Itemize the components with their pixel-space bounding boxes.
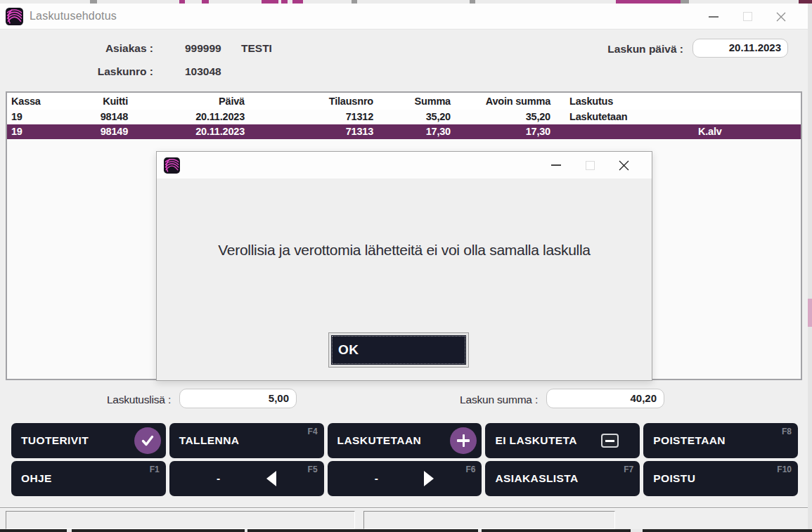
cell-tilausnro: 71312 (245, 110, 373, 124)
desktop-edge-strip (808, 4, 812, 532)
col-header-avoin-summa: Avoin summa (451, 93, 550, 110)
button-label: EI LASKUTETA (495, 434, 576, 447)
col-header-paiva: Päivä (128, 93, 245, 110)
laskunro-label: Laskunro : (63, 65, 153, 78)
statusbar-divider (0, 507, 808, 509)
asiakas-name-value: TESTI (241, 42, 272, 55)
status-panel-right (363, 511, 615, 529)
check-icon (134, 427, 161, 454)
col-header-kassa: Kassa (7, 93, 49, 110)
message-dialog: Verollisia ja verottomia lähetteitä ei v… (156, 151, 652, 381)
table-row[interactable]: 19 98148 20.11.2023 71312 35,20 35,20 La… (7, 110, 801, 124)
next-button[interactable]: - F6 (328, 461, 482, 496)
cell-summa: 35,20 (373, 110, 451, 124)
previous-button[interactable]: - F5 (169, 461, 324, 496)
fkey-label: F4 (308, 427, 318, 436)
dialog-maximize-button[interactable] (573, 153, 607, 179)
minimize-button[interactable] (697, 4, 730, 30)
dialog-minimize-button[interactable] (539, 153, 573, 179)
laskun-paiva-label: Laskun päivä : (585, 43, 683, 56)
dialog-message: Verollisia ja verottomia lähetteitä ei v… (157, 242, 652, 259)
laskun-paiva-input[interactable]: 20.11.2023 (692, 39, 788, 58)
minimize-icon (551, 164, 561, 166)
cell-kuitti: 98148 (49, 110, 128, 124)
button-label: POISTU (653, 472, 695, 485)
triangle-left-icon (266, 471, 276, 486)
table-header-row: Kassa Kuitti Päivä Tilausnro Summa Avoin… (7, 93, 801, 110)
col-header-tilausnro: Tilausnro (245, 93, 373, 110)
close-button[interactable] (764, 4, 798, 30)
maximize-button[interactable] (730, 4, 764, 30)
col-header-laskutus: Laskutus (550, 93, 683, 110)
ei-laskuteta-button[interactable]: EI LASKUTETA (485, 423, 640, 458)
fkey-label: F6 (465, 465, 475, 474)
fkey-label: F1 (150, 465, 160, 474)
laskutuslisa-label: Laskutuslisä : (70, 394, 171, 406)
app-logo-icon (164, 157, 180, 174)
application-window: Laskutusehdotus Asiakas : 999999 TESTI L… (0, 0, 812, 532)
tuoterivit-button[interactable]: TUOTERIVIT (11, 423, 166, 458)
close-icon (618, 160, 630, 171)
laskun-summa-input[interactable]: 40,20 (546, 389, 664, 408)
fkey-label: F10 (777, 465, 792, 474)
cell-paiva: 20.11.2023 (128, 124, 245, 139)
button-label: - (328, 472, 426, 485)
cell-tilausnro: 71313 (245, 124, 373, 139)
window-title: Laskutusehdotus (30, 10, 117, 22)
ok-button-label: OK (338, 342, 359, 358)
plus-icon (450, 427, 477, 454)
laskutetaan-button[interactable]: LASKUTETAAN (328, 423, 482, 458)
cell-kuitti: 98149 (49, 124, 128, 139)
button-label: OHJE (21, 472, 52, 485)
dialog-titlebar (157, 152, 652, 179)
asiakas-code-value: 999999 (185, 42, 221, 55)
col-header-kuitti: Kuitti (49, 93, 128, 110)
cell-paiva: 20.11.2023 (128, 110, 245, 124)
minimize-icon (709, 16, 718, 18)
fkey-label: F8 (782, 427, 792, 436)
fkey-label: F5 (308, 465, 318, 474)
app-logo-icon (6, 8, 23, 25)
ok-button[interactable]: OK (328, 332, 469, 368)
cell-avoin-summa: 17,30 (451, 124, 550, 139)
laskutuslisa-input[interactable]: 5,00 (179, 389, 297, 408)
minus-icon (601, 434, 619, 448)
triangle-right-icon (424, 471, 434, 486)
button-label: POISTETAAN (653, 434, 726, 447)
asiakas-label: Asiakas : (63, 42, 153, 55)
poistu-button[interactable]: POISTU F10 (643, 461, 798, 496)
cell-kassa: 19 (7, 124, 49, 139)
button-label: ASIAKASLISTA (495, 472, 578, 485)
maximize-icon (743, 12, 752, 21)
action-button-grid: TUOTERIVIT TALLENNA F4 LASKUTETAAN EI LA… (11, 423, 798, 496)
button-label: LASKUTETAAN (337, 434, 422, 447)
fkey-label: F7 (624, 465, 633, 474)
button-label: - (169, 472, 268, 485)
cell-avoin-summa: 35,20 (451, 110, 550, 124)
cell-summa: 17,30 (373, 124, 451, 139)
ohje-button[interactable]: OHJE F1 (11, 461, 166, 496)
asiakaslista-button[interactable]: ASIAKASLISTA F7 (485, 461, 640, 496)
maximize-icon (586, 161, 595, 170)
cell-kassa: 19 (7, 110, 49, 124)
status-panel-left (6, 511, 355, 529)
button-label: TUOTERIVIT (21, 434, 89, 447)
button-label: TALLENNA (179, 434, 240, 447)
cell-alv: K.alv (683, 124, 801, 139)
tallenna-button[interactable]: TALLENNA F4 (169, 423, 324, 458)
poistetaan-button[interactable]: POISTETAAN F8 (643, 423, 798, 458)
laskun-summa-label: Laskun summa : (436, 394, 538, 406)
taskbar-edge-strip (0, 529, 812, 532)
cell-laskutus: Laskutetaan (550, 110, 683, 124)
laskunro-value: 103048 (185, 65, 221, 78)
window-titlebar: Laskutusehdotus (0, 4, 808, 30)
table-row-selected[interactable]: 19 98149 20.11.2023 71313 17,30 17,30 K.… (7, 124, 801, 139)
close-icon (775, 11, 787, 22)
dialog-close-button[interactable] (607, 153, 640, 179)
cell-alv (683, 110, 801, 124)
col-header-summa: Summa (373, 93, 451, 110)
cell-laskutus (550, 124, 683, 139)
